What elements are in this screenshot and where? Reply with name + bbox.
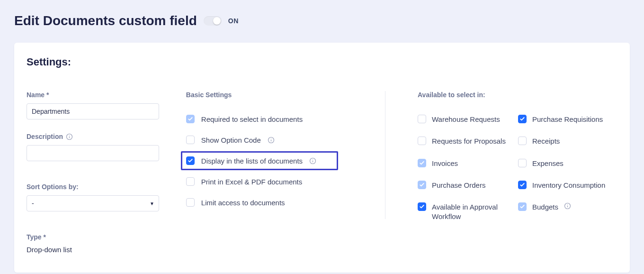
- basic-checkbox[interactable]: [186, 136, 195, 144]
- basic-checkbox[interactable]: [186, 198, 195, 207]
- available-option: Requests for Proposals: [418, 137, 512, 146]
- basic-setting-row: Display in the lists of documents: [181, 151, 338, 170]
- available-option: Expenses: [518, 159, 617, 168]
- available-option-label: Requests for Proposals: [432, 137, 506, 146]
- available-option-label: Receipts: [532, 137, 560, 146]
- basic-setting-label: Show Option Code: [201, 136, 261, 144]
- available-option: Available in Approval Workflow: [418, 202, 512, 222]
- basic-checkbox[interactable]: [186, 177, 195, 186]
- available-checkbox[interactable]: [518, 202, 527, 211]
- page-header: Edit Documents custom field ON: [14, 13, 630, 28]
- name-input[interactable]: [27, 103, 159, 119]
- type-value: Drop-down list: [27, 246, 180, 254]
- available-option: Budgets: [518, 202, 617, 222]
- available-option: Inventory Consumption: [518, 181, 617, 190]
- basic-setting-label: Print in Excel & PDF documents: [201, 178, 302, 186]
- available-checkbox[interactable]: [418, 181, 426, 189]
- info-icon: [66, 133, 73, 140]
- available-option-label: Invoices: [432, 159, 458, 168]
- available-option-label: Purchase Orders: [432, 181, 485, 190]
- settings-heading: Settings:: [27, 56, 617, 68]
- available-checkbox[interactable]: [518, 181, 527, 189]
- available-heading: Available to select in:: [418, 91, 617, 99]
- available-checkbox[interactable]: [518, 159, 527, 167]
- basic-setting-label: Limit access to documents: [201, 199, 285, 207]
- available-option-label: Budgets: [532, 202, 558, 212]
- sort-label: Sort Options by:: [27, 183, 180, 191]
- type-label: Type *: [27, 233, 180, 241]
- basic-settings-heading: Basic Settings: [186, 91, 374, 99]
- available-checkbox[interactable]: [418, 202, 426, 211]
- description-input[interactable]: [27, 145, 159, 161]
- name-label: Name *: [27, 91, 180, 99]
- available-option-label: Inventory Consumption: [532, 181, 605, 190]
- basic-setting-row: Required to select in documents: [186, 115, 374, 123]
- svg-point-8: [313, 159, 313, 159]
- basic-setting-row: Show Option Code: [186, 136, 374, 144]
- basic-setting-label: Required to select in documents: [201, 115, 303, 123]
- basic-setting-label: Display in the lists of documents: [201, 157, 303, 165]
- svg-point-5: [271, 138, 271, 138]
- info-icon: [564, 202, 571, 210]
- basic-setting-row: Limit access to documents: [186, 198, 374, 207]
- svg-point-2: [69, 135, 70, 135]
- info-icon: [309, 157, 316, 164]
- available-option-label: Purchase Requisitions: [532, 115, 603, 124]
- description-label: Description: [27, 133, 180, 140]
- page-title: Edit Documents custom field: [14, 13, 197, 28]
- sort-select[interactable]: [27, 195, 159, 211]
- available-option: Purchase Requisitions: [518, 115, 617, 124]
- available-option: Receipts: [518, 137, 617, 146]
- available-option-label: Available in Approval Workflow: [432, 202, 512, 222]
- available-checkbox[interactable]: [418, 137, 426, 145]
- available-option: Warehouse Requests: [418, 115, 512, 124]
- basic-setting-row: Print in Excel & PDF documents: [186, 177, 374, 186]
- available-checkbox[interactable]: [418, 115, 426, 123]
- available-option-label: Warehouse Requests: [432, 115, 500, 124]
- enabled-toggle[interactable]: [204, 16, 222, 26]
- enabled-toggle-label: ON: [228, 17, 239, 25]
- basic-checkbox[interactable]: [186, 156, 195, 165]
- svg-point-11: [567, 204, 568, 205]
- available-option: Invoices: [418, 159, 512, 168]
- basic-checkbox[interactable]: [186, 115, 195, 123]
- settings-card: Settings: Name * Description Sort Option…: [14, 43, 630, 273]
- available-checkbox[interactable]: [518, 115, 527, 123]
- available-option: Purchase Orders: [418, 181, 512, 190]
- available-checkbox[interactable]: [418, 159, 426, 167]
- available-checkbox[interactable]: [518, 137, 527, 145]
- available-option-label: Expenses: [532, 159, 564, 168]
- info-icon: [268, 137, 275, 144]
